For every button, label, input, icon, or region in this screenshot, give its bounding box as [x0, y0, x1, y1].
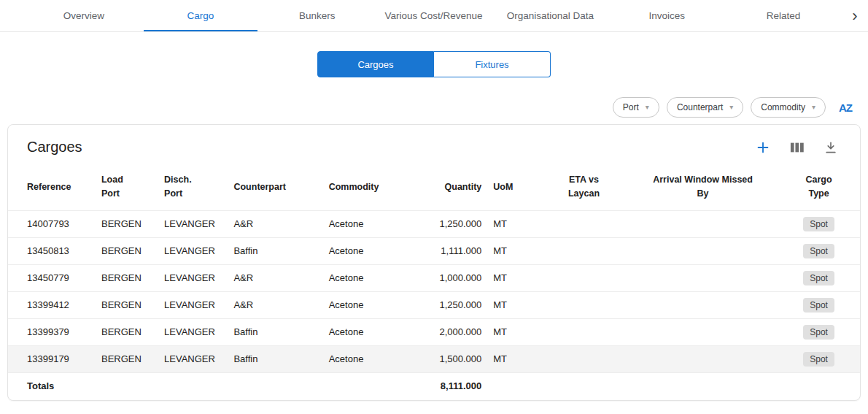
cell-eta-vs-laycan [540, 291, 628, 318]
tab-invoices[interactable]: Invoices [608, 0, 725, 31]
cell-disch-port: LEVANGER [158, 291, 228, 318]
cell-counterpart: A&R [228, 210, 322, 237]
cell-load-port: BERGEN [96, 210, 158, 237]
column-header-eta-vs-laycan: ETA vs Laycan [540, 164, 628, 210]
cell-counterpart: A&R [228, 291, 322, 318]
filter-chip-port[interactable]: Port▾ [613, 97, 659, 118]
cell-commodity: Acetone [323, 210, 416, 237]
table-row[interactable]: 13399379BERGENLEVANGERBaffinAcetone2,000… [8, 318, 860, 345]
filter-chip-label: Counterpart [677, 102, 723, 112]
cell-quantity: 2,000.000 [416, 318, 487, 345]
column-header-quantity: Quantity [416, 164, 487, 210]
cell-reference: 13450779 [8, 264, 96, 291]
table-row[interactable]: 13450813BERGENLEVANGERBaffinAcetone1,111… [8, 237, 860, 264]
cell-uom: MT [487, 318, 540, 345]
cell-cargo-type: Spot [778, 210, 860, 237]
cargo-type-badge: Spot [803, 325, 834, 340]
cell-arrival-window-missed-by [628, 237, 778, 264]
cell-counterpart: Baffin [228, 237, 322, 264]
cell-arrival-window-missed-by [628, 345, 778, 372]
tab-organisational-data[interactable]: Organisational Data [492, 0, 608, 31]
cell-load-port: BERGEN [96, 318, 158, 345]
add-icon[interactable] [755, 139, 771, 156]
cell-cargo-type: Spot [778, 318, 860, 345]
cell-disch-port: LEVANGER [158, 318, 228, 345]
cell-commodity: Acetone [323, 345, 416, 372]
column-header-cargo-type: Cargo Type [778, 164, 860, 210]
tab-cargo[interactable]: Cargo [142, 0, 259, 31]
cell-disch-port: LEVANGER [158, 237, 228, 264]
table-row[interactable]: 14007793BERGENLEVANGERA&RAcetone1,250.00… [8, 210, 860, 237]
column-header-reference: Reference [8, 164, 96, 210]
cell-arrival-window-missed-by [628, 291, 778, 318]
filter-chip-counterpart[interactable]: Counterpart▾ [667, 97, 743, 118]
totals-empty-cell [323, 372, 416, 400]
view-toggle-group: CargoesFixtures [0, 51, 868, 77]
card-title: Cargoes [27, 139, 82, 156]
cell-disch-port: LEVANGER [158, 345, 228, 372]
totals-empty-cell [487, 372, 540, 400]
caret-down-icon: ▾ [646, 104, 649, 111]
table-header-row: ReferenceLoad PortDisch. PortCounterpart… [8, 164, 860, 210]
columns-icon[interactable] [790, 141, 805, 154]
toggle-fixtures[interactable]: Fixtures [434, 51, 551, 77]
chevron-right-icon[interactable]: › [842, 0, 868, 31]
totals-quantity: 8,111.000 [416, 372, 487, 400]
cell-uom: MT [487, 210, 540, 237]
cell-reference: 13399179 [8, 345, 96, 372]
card-actions [755, 139, 841, 156]
cargoes-card: Cargoes [7, 124, 861, 401]
cargo-type-badge: Spot [803, 244, 834, 258]
cell-arrival-window-missed-by [628, 264, 778, 291]
cell-commodity: Acetone [323, 318, 416, 345]
cell-uom: MT [487, 345, 540, 372]
table-row[interactable]: 13399412BERGENLEVANGERA&RAcetone1,250.00… [8, 291, 860, 318]
cell-eta-vs-laycan [540, 237, 628, 264]
caret-down-icon: ▾ [729, 104, 733, 111]
cell-quantity: 1,500.000 [416, 345, 487, 372]
cell-counterpart: A&R [228, 264, 322, 291]
filter-chip-label: Port [623, 102, 639, 112]
nav-tabs: OverviewCargoBunkersVarious Cost/Revenue… [26, 0, 842, 31]
card-header: Cargoes [8, 125, 860, 164]
cargo-type-badge: Spot [803, 271, 834, 285]
totals-empty-cell [158, 372, 228, 400]
sort-alpha-icon[interactable]: AZ [839, 101, 852, 114]
cell-commodity: Acetone [323, 237, 416, 264]
cell-commodity: Acetone [323, 264, 416, 291]
cell-quantity: 1,111.000 [416, 237, 487, 264]
caret-down-icon: ▾ [812, 104, 815, 111]
cell-eta-vs-laycan [540, 210, 628, 237]
totals-empty-cell [96, 372, 158, 400]
totals-empty-cell [540, 372, 628, 400]
table-body: 14007793BERGENLEVANGERA&RAcetone1,250.00… [8, 210, 860, 400]
cell-load-port: BERGEN [96, 264, 158, 291]
table-row[interactable]: 13399179BERGENLEVANGERBaffinAcetone1,500… [8, 345, 860, 372]
column-header-arrival-window-missed-by: Arrival Window Missed By [628, 164, 778, 210]
cell-arrival-window-missed-by [628, 210, 778, 237]
cell-counterpart: Baffin [228, 318, 322, 345]
filter-chip-commodity[interactable]: Commodity▾ [751, 97, 826, 118]
cell-load-port: BERGEN [96, 291, 158, 318]
totals-label: Totals [8, 372, 96, 400]
cell-uom: MT [487, 237, 540, 264]
download-icon[interactable] [824, 140, 838, 155]
table-head: ReferenceLoad PortDisch. PortCounterpart… [8, 164, 860, 210]
toggle-cargoes[interactable]: Cargoes [317, 51, 434, 77]
cell-eta-vs-laycan [540, 345, 628, 372]
tab-various-cost-revenue[interactable]: Various Cost/Revenue [376, 0, 492, 31]
table-row[interactable]: 13450779BERGENLEVANGERA&RAcetone1,000.00… [8, 264, 860, 291]
cell-eta-vs-laycan [540, 318, 628, 345]
cell-quantity: 1,250.000 [416, 291, 487, 318]
cell-cargo-type: Spot [778, 237, 860, 264]
tab-bunkers[interactable]: Bunkers [259, 0, 376, 31]
cargoes-table: ReferenceLoad PortDisch. PortCounterpart… [8, 164, 860, 400]
cell-reference: 13399379 [8, 318, 96, 345]
cell-counterpart: Baffin [228, 345, 322, 372]
tab-related[interactable]: Related [725, 0, 842, 31]
cell-quantity: 1,000.000 [416, 264, 487, 291]
tab-overview[interactable]: Overview [26, 0, 142, 31]
cell-arrival-window-missed-by [628, 318, 778, 345]
filter-chip-label: Commodity [761, 102, 805, 112]
filter-bar: Port▾Counterpart▾Commodity▾ AZ [0, 97, 852, 118]
